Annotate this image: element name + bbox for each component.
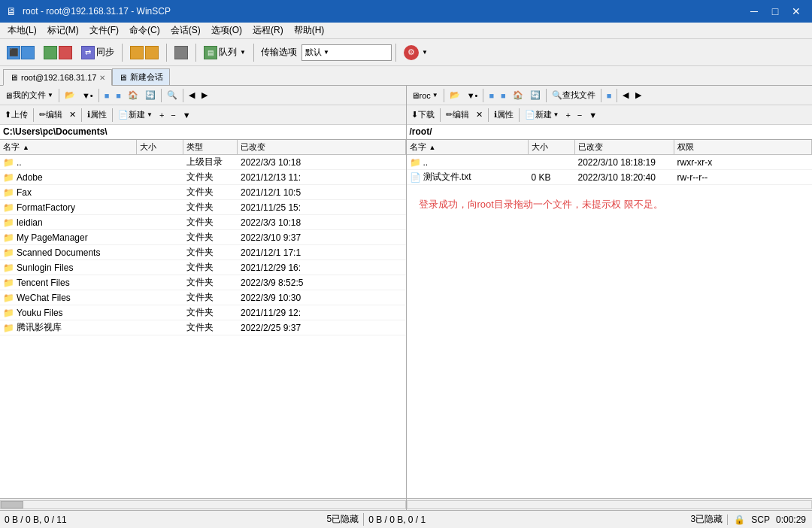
table-row[interactable]: 📁 Fax 文件夹 2021/12/1 10:5 — [0, 185, 406, 200]
left-btn-filter[interactable]: ▼• — [79, 87, 96, 104]
table-row[interactable]: 📁 腾讯影视库 文件夹 2022/2/25 9:37 — [0, 320, 406, 335]
right-roc[interactable]: 🖥roc ▼ — [408, 87, 441, 104]
menu-options[interactable]: 选项(O) — [207, 23, 247, 38]
right-file-list[interactable]: 📁 .. 2022/3/10 18:18:19 rwxr-xr-x 📄 测试文件… — [407, 155, 813, 498]
transfer-combo[interactable]: 默认 ▼ — [301, 44, 392, 61]
right-btn-back[interactable]: ◀ — [620, 87, 632, 104]
toolbar-btn-4[interactable] — [171, 42, 192, 63]
left-btn-back[interactable]: ◀ — [186, 87, 198, 104]
left-btn-c[interactable]: 🔍 — [164, 87, 180, 104]
left-upload[interactable]: ⬆上传 — [2, 107, 31, 123]
left-file-list[interactable]: 📁 .. 上级目录 2022/3/3 10:18 📁 Adobe 文件夹 202… — [0, 155, 406, 498]
menu-local[interactable]: 本地(L) — [3, 23, 41, 38]
tab-icon-2: 🖥 — [119, 73, 127, 82]
status-right: 0 B / 0 B, 0 / 1 3已隐藏 — [364, 513, 727, 526]
queue-label: 队列 — [219, 46, 237, 59]
file-icon: 📁 — [3, 278, 14, 288]
tab-label-1: root@192.168.31.17 — [21, 73, 96, 82]
table-row[interactable]: 📁 .. 上级目录 2022/3/3 10:18 — [0, 155, 406, 170]
table-row[interactable]: 📁 Tencent Files 文件夹 2022/3/9 8:52:5 — [0, 275, 406, 290]
left-col-type[interactable]: 类型 — [183, 140, 238, 154]
right-btn-minus[interactable]: − — [574, 107, 585, 123]
menu-remote[interactable]: 远程(R) — [248, 23, 288, 38]
toolbar-remote[interactable]: ⚙ ▼ — [400, 42, 432, 63]
scp-label: SCP — [751, 514, 770, 525]
menu-file[interactable]: 文件(F) — [85, 23, 123, 38]
right-edit[interactable]: ✏编辑 — [443, 107, 472, 123]
left-btn-refresh[interactable]: 🔄 — [142, 87, 159, 104]
right-btn-plus[interactable]: + — [562, 107, 573, 123]
table-row[interactable]: 📁 leidian 文件夹 2022/3/3 10:18 — [0, 215, 406, 230]
right-hscroll[interactable] — [407, 498, 813, 510]
left-col-modified[interactable]: 已改变 — [238, 140, 406, 154]
table-row[interactable]: 📄 测试文件.txt 0 KB 2022/3/10 18:20:40 rw-r-… — [407, 170, 813, 185]
left-props[interactable]: ℹ属性 — [84, 107, 110, 123]
left-btn-home[interactable]: 🏠 — [125, 87, 141, 104]
right-col-modified[interactable]: 已改变 — [575, 140, 674, 154]
file-icon: 📁 — [410, 157, 421, 168]
right-btn-home[interactable]: 🏠 — [510, 87, 526, 104]
table-row[interactable]: 📁 WeChat Files 文件夹 2022/3/9 10:30 — [0, 290, 406, 305]
table-row[interactable]: 📁 .. 2022/3/10 18:18:19 rwxr-xr-x — [407, 155, 813, 170]
right-btn-refresh[interactable]: 🔄 — [527, 87, 544, 104]
right-col-size[interactable]: 大小 — [529, 140, 575, 154]
file-type: 文件夹 — [183, 201, 238, 214]
toolbar-btn-1[interactable]: ⬛ — [3, 42, 38, 63]
left-delete[interactable]: ✕ — [66, 107, 79, 123]
menu-session[interactable]: 会话(S) — [166, 23, 205, 38]
file-name: Youku Files — [17, 308, 63, 318]
right-new[interactable]: 📄新建 ▼ — [522, 107, 562, 123]
left-my-files[interactable]: 🖥我的文件▼ — [2, 87, 56, 104]
close-button[interactable]: ✕ — [786, 4, 806, 19]
left-new[interactable]: 📄新建 ▼ — [115, 107, 156, 123]
tab-new-session[interactable]: 🖥 新建会话 — [112, 68, 170, 85]
toolbar-btn-3[interactable] — [126, 42, 162, 63]
file-modified: 2022/3/3 10:18 — [238, 217, 406, 228]
minimize-button[interactable]: ─ — [744, 4, 764, 19]
toolbar-queue[interactable]: ▤ 队列 ▼ — [200, 42, 250, 63]
right-btn-forward[interactable]: ▶ — [632, 87, 644, 104]
toolbar-btn-2[interactable] — [40, 42, 76, 63]
toolbar-sync[interactable]: ⇄ 同步 — [77, 42, 118, 63]
menu-mark[interactable]: 标记(M) — [43, 23, 83, 38]
left-col-size[interactable]: 大小 — [137, 140, 183, 154]
left-btn-b[interactable]: ■ — [113, 87, 124, 104]
right-props[interactable]: ℹ属性 — [491, 107, 517, 123]
file-type: 文件夹 — [183, 186, 238, 199]
right-btn-open[interactable]: 📂 — [447, 87, 463, 104]
panes-container: 🖥我的文件▼ 📂 ▼• ■ ■ 🏠 🔄 🔍 ◀ ▶ ⬆上传 ✏ — [0, 86, 812, 510]
left-toolbar-2: ⬆上传 ✏编辑 ✕ ℹ属性 📄新建 ▼ + − ▼ — [0, 105, 406, 125]
table-row[interactable]: 📁 Youku Files 文件夹 2021/11/29 12: — [0, 305, 406, 320]
table-row[interactable]: 📁 My PageManager 文件夹 2022/3/10 9:37 — [0, 230, 406, 245]
tab-close-1[interactable]: ✕ — [99, 74, 105, 82]
right-download[interactable]: ⬇下载 — [408, 107, 438, 123]
menu-help[interactable]: 帮助(H) — [289, 23, 329, 38]
left-btn-plus[interactable]: + — [156, 107, 167, 123]
left-col-name[interactable]: 名字 ▲ — [0, 140, 137, 154]
left-btn-a[interactable]: ■ — [102, 87, 113, 104]
right-btn-b[interactable]: ■ — [498, 87, 509, 104]
right-btn-c[interactable]: ■ — [604, 87, 615, 104]
table-row[interactable]: 📁 Sunlogin Files 文件夹 2021/12/29 16: — [0, 260, 406, 275]
right-col-name[interactable]: 名字 ▲ — [407, 140, 529, 154]
maximize-button[interactable]: □ — [765, 4, 785, 19]
right-delete[interactable]: ✕ — [473, 107, 486, 123]
tab-root-session[interactable]: 🖥 root@192.168.31.17 ✕ — [3, 69, 112, 86]
left-btn-open[interactable]: 📂 — [62, 87, 78, 104]
right-btn-filter[interactable]: ▼• — [464, 87, 481, 104]
left-hscroll[interactable] — [0, 498, 406, 510]
right-btn-filter2[interactable]: ▼ — [586, 107, 600, 123]
left-btn-filter2[interactable]: ▼ — [180, 107, 194, 123]
table-row[interactable]: 📁 FormatFactory 文件夹 2021/11/25 15: — [0, 200, 406, 215]
left-edit[interactable]: ✏编辑 — [36, 107, 65, 123]
menu-command[interactable]: 命令(C) — [125, 23, 165, 38]
table-row[interactable]: 📁 Scanned Documents 文件夹 2021/12/1 17:1 — [0, 245, 406, 260]
left-btn-minus[interactable]: − — [168, 107, 178, 123]
right-btn-a[interactable]: ■ — [486, 87, 497, 104]
left-btn-forward[interactable]: ▶ — [198, 87, 211, 104]
table-row[interactable]: 📁 Adobe 文件夹 2021/12/13 11: — [0, 170, 406, 185]
right-find-files[interactable]: 🔍查找文件 — [549, 87, 598, 104]
file-name: Sunlogin Files — [17, 262, 73, 273]
right-col-perm[interactable]: 权限 — [674, 140, 813, 154]
file-modified: 2021/11/29 12: — [238, 308, 406, 318]
